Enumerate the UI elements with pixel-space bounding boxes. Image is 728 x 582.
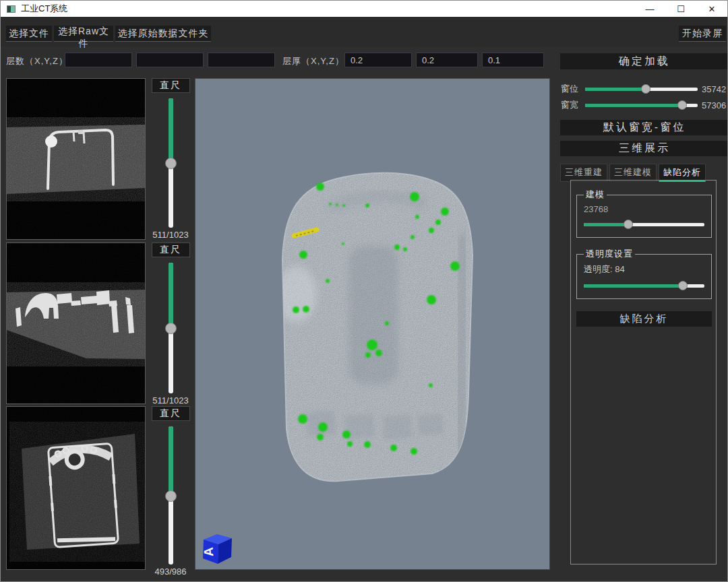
window-controls: — ☐ ✕ (634, 1, 727, 17)
transparency-group: 透明度设置 透明度: 84 (576, 248, 712, 299)
defect-spot (415, 215, 419, 219)
slider-thumb[interactable] (641, 84, 650, 94)
app-window: 工业CT系统 — ☐ ✕ 选择文件 选择Raw文件 选择原始数据文件夹 开始录屏… (0, 0, 728, 582)
layers-y-input[interactable] (136, 53, 204, 67)
slider-fill (169, 426, 173, 496)
3d-display-button[interactable]: 三维展示 (560, 141, 728, 156)
defect-spot (367, 340, 377, 350)
close-button[interactable]: ✕ (696, 1, 727, 17)
defect-spot (410, 192, 419, 201)
transparency-slider[interactable] (584, 281, 704, 290)
defect-spot (441, 207, 449, 216)
orientation-cube[interactable]: A (202, 534, 232, 564)
slider-thumb[interactable] (678, 281, 688, 290)
window-width-value: 57306 (702, 100, 728, 110)
transparency-legend: 透明度设置 (584, 248, 635, 260)
thickness-z-input[interactable] (482, 53, 544, 67)
defect-spot (390, 445, 397, 451)
defect-analysis-panel: 建模 23768 透明度设置 透明度: 84 缺陷分析 (570, 180, 717, 564)
select-raw-file-button[interactable]: 选择Raw文件 (54, 26, 113, 42)
slider-fill (169, 263, 173, 328)
maximize-button[interactable]: ☐ (665, 1, 696, 17)
defect-spot (326, 279, 330, 283)
defect-spot (364, 441, 371, 448)
slider-fill (584, 223, 628, 226)
slider-fill (169, 98, 173, 163)
defect-spot (347, 441, 353, 447)
layers-label: 层数（X,Y,Z） (6, 55, 68, 67)
defect-spot (336, 203, 338, 206)
window-width-row: 窗宽 57306 (561, 100, 728, 110)
defect-spot (299, 251, 307, 259)
ruler-button-3[interactable]: 直尺 (152, 406, 190, 421)
slider-fill (584, 284, 683, 288)
titlebar: 工业CT系统 — ☐ ✕ (1, 1, 727, 17)
slice-position-1: 511/1023 (152, 230, 188, 240)
defect-spot (385, 321, 389, 325)
defect-spot (394, 245, 400, 250)
default-window-button[interactable]: 默认窗宽-窗位 (560, 120, 728, 135)
slice-slider-3[interactable] (165, 426, 177, 564)
defect-spot (403, 247, 407, 251)
minimize-button[interactable]: — (634, 1, 665, 17)
ruler-button-1[interactable]: 直尺 (152, 78, 190, 93)
select-file-button[interactable]: 选择文件 (6, 26, 52, 42)
slider-thumb[interactable] (677, 100, 687, 110)
defect-spot (318, 422, 328, 432)
3d-viewport[interactable]: A (195, 78, 550, 570)
slice-view-1[interactable] (6, 78, 146, 240)
transparency-value: 透明度: 84 (584, 263, 704, 276)
defect-spot (375, 350, 382, 356)
slice-image-1 (7, 79, 145, 239)
modeling-legend: 建模 (584, 189, 607, 201)
defect-spot (411, 235, 415, 239)
defect-spot (342, 430, 351, 439)
tab-3d-modeling[interactable]: 三维建模 (609, 164, 657, 182)
thickness-x-input[interactable] (344, 53, 412, 67)
slice-slider-1[interactable] (165, 98, 177, 228)
defect-spot (365, 352, 371, 358)
window-level-label: 窗位 (561, 83, 584, 95)
tab-defect-analysis[interactable]: 缺陷分析 (659, 164, 706, 182)
slider-fill (585, 104, 682, 107)
confirm-load-button[interactable]: 确定加载 (560, 53, 728, 69)
slider-thumb[interactable] (624, 220, 633, 229)
defect-spot (293, 306, 299, 313)
defect-spot (329, 203, 332, 205)
defect-spot (298, 414, 307, 424)
thickness-y-input[interactable] (416, 53, 478, 67)
modeling-group: 建模 23768 (576, 189, 712, 238)
window-level-value: 35742 (702, 84, 728, 94)
window-level-row: 窗位 35742 (561, 84, 728, 94)
app-icon (7, 5, 16, 13)
tab-3d-reconstruction[interactable]: 三维重建 (560, 164, 607, 182)
slider-thumb[interactable] (165, 490, 177, 502)
ruler-button-2[interactable]: 直尺 (152, 243, 190, 257)
modeling-slider[interactable] (584, 220, 704, 229)
slider-thumb[interactable] (165, 323, 177, 334)
slice-slider-2[interactable] (165, 263, 177, 393)
slice-view-2[interactable] (6, 243, 146, 404)
defect-spot (435, 220, 441, 225)
slice-view-3[interactable] (6, 406, 146, 570)
start-recording-button[interactable]: 开始录屏 (679, 26, 726, 42)
layers-x-input[interactable] (65, 53, 132, 67)
defect-spot (427, 295, 436, 304)
slider-thumb[interactable] (165, 158, 177, 169)
slice-controls-3: 直尺 493/986 (148, 406, 193, 577)
defect-spot (411, 448, 417, 455)
defect-spot (429, 383, 433, 387)
layers-z-input[interactable] (208, 53, 275, 67)
window-width-label: 窗宽 (561, 99, 584, 111)
defect-spot (429, 228, 434, 233)
window-level-slider[interactable] (585, 84, 698, 94)
defect-spot (316, 183, 324, 191)
slice-image-2 (7, 243, 145, 403)
thickness-label: 层厚（X,Y,Z） (282, 55, 344, 67)
defect-spot (365, 203, 369, 207)
slice-position-3: 493/986 (155, 567, 187, 577)
select-raw-data-folder-button[interactable]: 选择原始数据文件夹 (115, 26, 211, 42)
window-width-slider[interactable] (585, 100, 698, 110)
window-title: 工业CT系统 (21, 3, 67, 15)
defect-analysis-button[interactable]: 缺陷分析 (576, 311, 712, 327)
